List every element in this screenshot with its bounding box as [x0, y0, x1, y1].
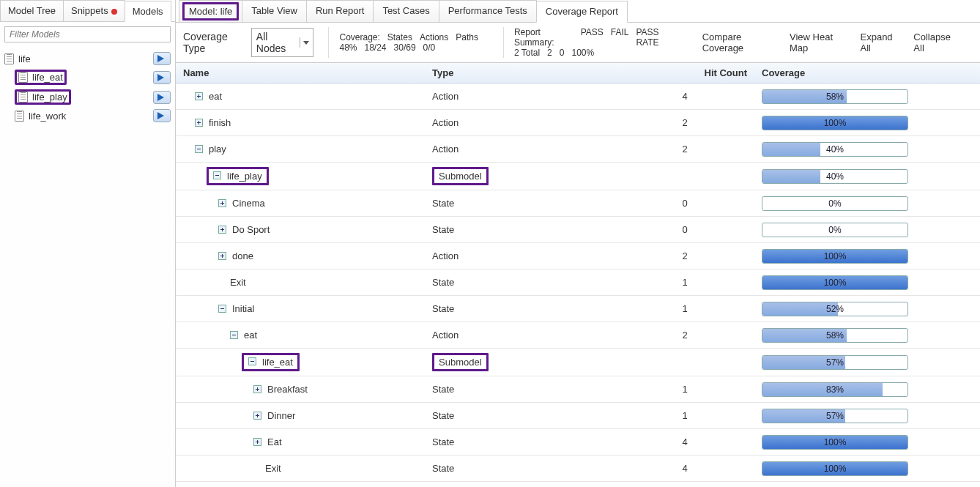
sidebar: Model TreeSnippetsModels lifelife_eatlif… — [0, 0, 176, 487]
coverage-value: 83% — [762, 383, 907, 396]
stat-cell: 18/24 — [365, 42, 387, 53]
coverage-bar: 83% — [762, 382, 908, 397]
table-row[interactable]: ExitState1100% — [176, 269, 980, 296]
main-tab-performance-tests[interactable]: Performance Tests — [439, 0, 537, 22]
stat-cell: Report Summary: — [514, 27, 573, 48]
table-row[interactable]: finishAction2100% — [176, 110, 980, 136]
coverage-bar: 100% — [762, 249, 908, 264]
table-row[interactable]: doneAction2100% — [176, 243, 980, 269]
collapse-icon[interactable] — [218, 305, 226, 313]
row-hit-count: 1 — [615, 406, 754, 425]
collapse-icon[interactable] — [230, 331, 238, 339]
row-hit-count: 2 — [615, 113, 754, 133]
main-tab-table-view[interactable]: Table View — [242, 0, 307, 22]
col-hit-header[interactable]: Hit Count — [615, 63, 754, 83]
main-tab-model-life[interactable]: Model: life — [179, 0, 242, 22]
row-name: eat — [209, 91, 222, 102]
stat-cell: PASS — [581, 27, 604, 48]
model-row[interactable]: life_play — [0, 87, 175, 107]
col-cov-header[interactable]: Coverage — [754, 63, 980, 83]
expand-icon[interactable] — [218, 226, 226, 234]
row-type: Action — [432, 117, 459, 128]
row-type: State — [432, 224, 454, 235]
sidebar-tab-models[interactable]: Models — [125, 1, 171, 22]
coverage-bar: 100% — [762, 435, 908, 450]
coverage-value: 57% — [762, 409, 907, 423]
row-hit-count: 2 — [615, 139, 754, 159]
report-summary: Report Summary:PASSFAILPASS RATE 2 Total… — [503, 27, 688, 58]
table-row[interactable]: life_playSubmodel40% — [176, 163, 980, 190]
row-name: Do Sport — [232, 224, 270, 235]
compare-coverage-button[interactable]: Compare Coverage — [702, 31, 776, 53]
row-hit-count — [615, 172, 754, 181]
collapse-all-button[interactable]: Collapse All — [913, 31, 958, 53]
chevron-down-icon — [300, 37, 309, 48]
coverage-bar: 57% — [762, 409, 908, 423]
sidebar-tab-model-tree[interactable]: Model Tree — [0, 0, 64, 21]
stat-cell: 0 — [560, 48, 565, 58]
coverage-bar: 58% — [762, 89, 908, 104]
filter-models-input[interactable] — [4, 26, 171, 42]
coverage-value: 58% — [762, 90, 907, 103]
table-row[interactable]: Do SportState00% — [176, 217, 980, 243]
row-hit-count: 1 — [615, 379, 754, 399]
collapse-icon[interactable] — [213, 171, 221, 179]
main-tab-coverage-report[interactable]: Coverage Report — [536, 1, 628, 23]
coverage-value: 40% — [762, 143, 907, 156]
file-icon — [4, 53, 14, 64]
sidebar-tab-snippets[interactable]: Snippets — [63, 0, 125, 21]
model-row[interactable]: life — [0, 50, 175, 67]
col-name-header[interactable]: Name — [176, 63, 425, 83]
view-heat-map-button[interactable]: View Heat Map — [790, 31, 847, 53]
stat-cell: 100% — [571, 48, 594, 58]
expand-icon[interactable] — [253, 438, 261, 446]
coverage-bar: 100% — [762, 116, 908, 130]
expand-all-button[interactable]: Expand All — [861, 31, 901, 53]
model-label: life_play — [32, 92, 67, 103]
coverage-value: 100% — [762, 436, 907, 449]
open-model-button[interactable] — [153, 71, 171, 84]
row-name: Initial — [232, 303, 254, 314]
expand-icon[interactable] — [253, 385, 261, 393]
table-row[interactable]: BreakfastState183% — [176, 376, 980, 403]
table-row[interactable]: CinemaState00% — [176, 190, 980, 217]
row-hit-count: 1 — [615, 299, 754, 319]
open-model-button[interactable] — [153, 52, 171, 65]
table-row[interactable]: life_eatSubmodel57% — [176, 349, 980, 376]
sidebar-tabs: Model TreeSnippetsModels — [0, 0, 175, 22]
table-row[interactable]: playAction240% — [176, 136, 980, 163]
expand-icon[interactable] — [218, 199, 226, 207]
table-row[interactable]: ExitState4100% — [176, 456, 980, 482]
expand-icon[interactable] — [253, 412, 261, 420]
file-icon — [18, 92, 28, 103]
main-tab-run-report[interactable]: Run Report — [306, 0, 374, 22]
table-row[interactable]: DinnerState157% — [176, 403, 980, 429]
table-row[interactable]: InitialState152% — [176, 296, 980, 322]
row-type: Action — [432, 330, 459, 341]
row-name: finish — [209, 117, 231, 128]
expand-icon[interactable] — [218, 252, 226, 260]
model-row[interactable]: life_work — [0, 107, 175, 124]
collapse-icon[interactable] — [195, 145, 203, 153]
coverage-type-select[interactable]: All Nodes — [251, 28, 314, 57]
coverage-bar: 40% — [762, 142, 908, 157]
main-tab-test-cases[interactable]: Test Cases — [373, 0, 439, 22]
stat-cell: 2 — [547, 48, 552, 58]
expand-icon[interactable] — [195, 92, 203, 100]
coverage-value: 100% — [762, 462, 907, 475]
coverage-value: 100% — [762, 116, 907, 130]
table-row[interactable]: eatAction258% — [176, 322, 980, 349]
open-model-button[interactable] — [153, 91, 171, 104]
table-row[interactable]: EatState4100% — [176, 429, 980, 456]
table-row[interactable]: eatAction458% — [176, 83, 980, 110]
col-type-header[interactable]: Type — [425, 63, 615, 83]
open-model-button[interactable] — [153, 109, 171, 122]
model-row[interactable]: life_eat — [0, 67, 175, 87]
collapse-icon[interactable] — [248, 357, 256, 365]
row-hit-count: 0 — [615, 193, 754, 213]
coverage-bar: 100% — [762, 461, 908, 476]
row-type: State — [432, 436, 454, 447]
coverage-value: 58% — [762, 329, 907, 342]
expand-icon[interactable] — [195, 119, 203, 127]
row-hit-count: 4 — [615, 432, 754, 452]
